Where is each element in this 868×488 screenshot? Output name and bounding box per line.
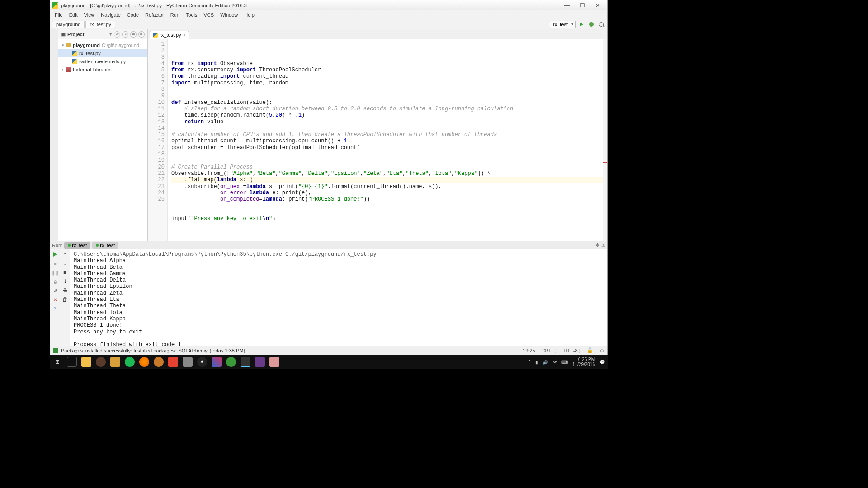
chevron-right-icon[interactable]: ▸ (60, 67, 66, 72)
volume-icon[interactable]: 🔊 (542, 360, 548, 365)
run-button[interactable] (577, 20, 585, 28)
up-stack-icon[interactable]: ↑ (64, 251, 66, 258)
run-config-selector[interactable]: rx_test (549, 21, 576, 28)
run-tab-2[interactable]: rx_test (92, 242, 118, 249)
run-toolbar-secondary: ↑ ↓ ≡ ⤓ 🖶 🗑 (60, 249, 70, 346)
tree-external-libraries[interactable]: ▸ External Libraries (58, 66, 147, 74)
system-clock[interactable]: 6:25 PM 11/29/2016 (572, 357, 595, 367)
breadcrumb-project[interactable]: playground (52, 21, 85, 28)
menu-code[interactable]: Code (124, 11, 142, 19)
app-icon-5[interactable]: ✱ (197, 357, 207, 367)
menu-edit[interactable]: Edit (66, 11, 80, 19)
breadcrumb-file[interactable]: rx_test.py (85, 21, 115, 28)
run-hide-icon[interactable]: ⇲ (601, 242, 605, 248)
task-view-icon[interactable] (67, 357, 77, 367)
maximize-button[interactable]: ☐ (575, 1, 590, 10)
code-content[interactable]: from rx import Observablefrom rx.concurr… (168, 39, 607, 241)
close-run-icon[interactable]: ✕ (52, 296, 58, 303)
tree-project-root[interactable]: ▾ playground C:\git\playground (58, 41, 147, 49)
scroll-from-source-icon[interactable]: ⟳ (114, 31, 120, 38)
app-icon-7[interactable] (226, 357, 236, 367)
run-label: Run: (52, 243, 62, 248)
file-encoding[interactable]: UTF-8‡ (563, 348, 580, 353)
titlebar[interactable]: playground - [C:\git\playground] - ...\r… (50, 0, 607, 10)
file-explorer-icon[interactable] (81, 357, 91, 367)
dump-icon[interactable]: ⎙ (52, 278, 58, 285)
app-icon-1[interactable] (96, 357, 106, 367)
collapse-all-icon[interactable]: ⇲ (122, 31, 128, 38)
view-mode-dropdown-icon[interactable]: ▾ (109, 31, 112, 37)
menu-help[interactable]: Help (241, 11, 257, 19)
pause-icon[interactable]: ❚❚ (52, 269, 58, 276)
network-icon[interactable]: ⫘ (552, 360, 557, 365)
menu-vcs[interactable]: VCS (201, 11, 217, 19)
help-icon[interactable]: ? (52, 305, 58, 312)
start-button[interactable]: ⊞ (52, 357, 62, 367)
console-output[interactable]: C:\Users\thoma\AppData\Local\Programs\Py… (70, 249, 607, 346)
close-tab-icon[interactable]: × (183, 33, 186, 38)
app-icon-4[interactable] (183, 357, 193, 367)
firefox-icon[interactable] (139, 357, 149, 367)
stop-icon[interactable]: ■ (52, 260, 58, 267)
code-editor[interactable]: 1234567891011121314151617181920212223242… (148, 39, 607, 241)
soft-wrap-icon[interactable]: ≡ (63, 269, 66, 276)
minimize-button[interactable]: — (559, 1, 575, 10)
run-panel-header[interactable]: Run: rx_test rx_test ✻ ⇲ (50, 241, 607, 249)
search-everywhere-button[interactable] (597, 20, 605, 28)
menu-file[interactable]: File (52, 11, 66, 19)
keyboard-icon[interactable]: ⌨ (561, 360, 568, 365)
rerun-icon[interactable] (52, 251, 58, 258)
chevron-down-icon[interactable]: ▾ (60, 43, 66, 47)
app-icon-2[interactable] (110, 357, 120, 367)
editor-tab-rx-test[interactable]: rx_test.py × (150, 31, 189, 39)
menu-tools[interactable]: Tools (183, 11, 200, 19)
clock-time: 6:25 PM (572, 357, 595, 362)
library-icon (66, 67, 71, 72)
menu-view[interactable]: View (81, 11, 98, 19)
pycharm-icon (52, 2, 58, 9)
print-icon[interactable]: 🖶 (62, 287, 68, 294)
app-icon-8[interactable] (255, 357, 265, 367)
cursor-position[interactable]: 19:25 (523, 348, 535, 353)
tree-file-twitter-credentials[interactable]: twitter_credentials.py (58, 57, 147, 66)
line-separator[interactable]: CRLF‡ (542, 348, 557, 353)
menu-run[interactable]: Run (168, 11, 182, 19)
battery-icon[interactable]: ▮ (535, 360, 538, 365)
tray-chevron-icon[interactable]: ˄ (528, 360, 531, 365)
error-stripe[interactable] (603, 39, 607, 241)
run-tab-1[interactable]: rx_test (64, 242, 90, 249)
pycharm-window: playground - [C:\git\playground] - ...\r… (50, 0, 608, 355)
app-icon-9[interactable] (269, 357, 279, 367)
python-file-icon (72, 51, 77, 56)
run-settings-icon[interactable]: ✻ (595, 242, 599, 248)
clear-icon[interactable]: 🗑 (62, 296, 68, 303)
menu-window[interactable]: Window (217, 11, 241, 19)
todoist-icon[interactable] (168, 357, 178, 367)
pycharm-taskbar-icon[interactable] (241, 357, 250, 367)
line-number-gutter[interactable]: 1234567891011121314151617181920212223242… (148, 39, 168, 241)
notifications-icon[interactable]: 💬 (599, 360, 605, 365)
hide-panel-icon[interactable]: ⇤ (138, 31, 145, 38)
editor-tabs: rx_test.py × (148, 29, 607, 39)
menu-navigate[interactable]: Navigate (98, 11, 123, 19)
debug-button[interactable] (587, 20, 595, 28)
menu-refactor[interactable]: Refactor (142, 11, 167, 19)
project-panel-header[interactable]: ▣ Project ▾ ⟳ ⇲ ✻ ⇤ (58, 29, 147, 39)
down-stack-icon[interactable]: ↓ (64, 260, 66, 267)
tree-file-rx-test[interactable]: rx_test.py (58, 49, 147, 57)
settings-icon[interactable]: ✻ (130, 31, 137, 38)
project-tree[interactable]: ▾ playground C:\git\playground rx_test.p… (58, 39, 147, 75)
left-gutter-tabs[interactable] (50, 29, 58, 241)
windows-taskbar[interactable]: ⊞ ✱ ˄ ▮ 🔊 ⫘ ⌨ 6:25 PM 11/29/2016 💬 (50, 355, 608, 369)
editor-tab-label: rx_test.py (160, 32, 181, 38)
close-button[interactable]: ✕ (590, 1, 605, 10)
readonly-toggle-icon[interactable]: 🔓 (587, 347, 593, 353)
tree-external-label: External Libraries (73, 67, 112, 72)
system-tray[interactable]: ˄ ▮ 🔊 ⫘ ⌨ 6:25 PM 11/29/2016 💬 (528, 357, 605, 367)
spotify-icon[interactable] (125, 357, 135, 367)
app-icon-3[interactable] (154, 357, 164, 367)
app-icon-6[interactable] (212, 357, 222, 367)
hector-icon[interactable]: ☺ (599, 348, 604, 353)
scroll-end-icon[interactable]: ⤓ (63, 278, 67, 285)
restore-layout-icon[interactable]: ↺ (52, 287, 58, 294)
